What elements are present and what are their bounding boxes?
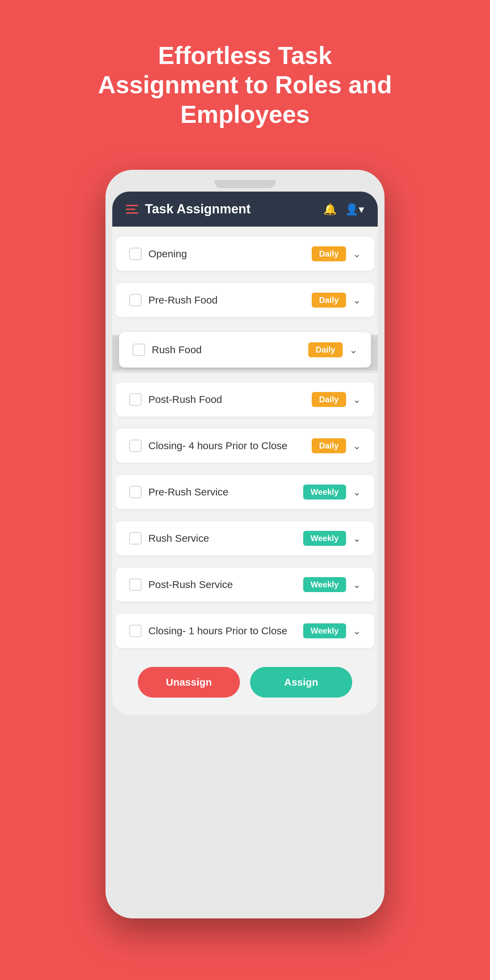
task-badge-opening: Daily	[312, 247, 346, 261]
task-badge-closing-1h: Weekly	[303, 624, 346, 638]
hamburger-menu-icon[interactable]	[126, 205, 138, 214]
task-chevron-post-rush-food[interactable]: ⌄	[353, 394, 361, 405]
task-chevron-post-rush-service[interactable]: ⌄	[353, 579, 361, 590]
task-checkbox-rush-food[interactable]	[133, 344, 145, 356]
task-name-rush-service: Rush Service	[148, 533, 296, 544]
assign-button[interactable]: Assign	[250, 667, 352, 698]
task-chevron-rush-service[interactable]: ⌄	[353, 533, 361, 544]
task-item-opening: Opening Daily ⌄	[116, 237, 374, 271]
unassign-button[interactable]: Unassign	[138, 667, 240, 698]
task-checkbox-closing-1h[interactable]	[129, 625, 142, 637]
task-checkbox-closing-4h[interactable]	[129, 440, 142, 452]
task-name-pre-rush-food: Pre-Rush Food	[148, 294, 305, 306]
task-item-closing-1h: Closing- 1 hours Prior to Close Weekly ⌄	[116, 614, 374, 648]
task-item-pre-rush-food: Pre-Rush Food Daily ⌄	[116, 283, 374, 317]
task-name-closing-1h: Closing- 1 hours Prior to Close	[148, 625, 296, 637]
task-badge-closing-4h: Daily	[312, 438, 346, 453]
task-badge-rush-service: Weekly	[303, 531, 346, 546]
hero-title: Effortless Task Assignment to Roles and …	[92, 41, 398, 129]
task-item-closing-4h: Closing- 4 hours Prior to Close Daily ⌄	[116, 429, 374, 463]
task-name-post-rush-service: Post-Rush Service	[148, 579, 296, 590]
phone-shell: Task Assignment 🔔 👤▾ Opening Daily ⌄	[105, 170, 385, 918]
task-checkbox-opening[interactable]	[129, 248, 142, 260]
task-chevron-pre-rush-service[interactable]: ⌄	[353, 487, 361, 498]
task-item-post-rush-food: Post-Rush Food Daily ⌄	[116, 382, 374, 417]
phone-mockup: Task Assignment 🔔 👤▾ Opening Daily ⌄	[105, 170, 385, 918]
user-icon[interactable]: 👤▾	[345, 203, 364, 216]
task-badge-pre-rush-service: Weekly	[303, 485, 346, 500]
task-badge-post-rush-service: Weekly	[303, 577, 346, 592]
task-checkbox-post-rush-service[interactable]	[129, 579, 142, 591]
bell-icon[interactable]: 🔔	[323, 203, 337, 216]
task-chevron-closing-1h[interactable]: ⌄	[353, 625, 361, 637]
task-name-rush-food: Rush Food	[152, 344, 301, 356]
task-checkbox-pre-rush-food[interactable]	[129, 294, 142, 306]
task-name-post-rush-food: Post-Rush Food	[148, 394, 305, 405]
app-header: Task Assignment 🔔 👤▾	[112, 192, 378, 227]
task-item-pre-rush-service: Pre-Rush Service Weekly ⌄	[116, 475, 374, 509]
task-item-rush-service: Rush Service Weekly ⌄	[116, 521, 374, 555]
task-checkbox-post-rush-food[interactable]	[129, 393, 142, 406]
task-checkbox-pre-rush-service[interactable]	[129, 486, 142, 498]
task-chevron-pre-rush-food[interactable]: ⌄	[353, 295, 361, 306]
header-left: Task Assignment	[126, 202, 250, 216]
task-name-opening: Opening	[148, 248, 305, 259]
phone-screen: Task Assignment 🔔 👤▾ Opening Daily ⌄	[112, 192, 378, 714]
task-badge-pre-rush-food: Daily	[312, 293, 346, 308]
task-chevron-rush-food[interactable]: ⌄	[350, 344, 357, 356]
task-badge-rush-food: Daily	[308, 342, 343, 357]
task-name-closing-4h: Closing- 4 hours Prior to Close	[148, 440, 305, 452]
task-list: Opening Daily ⌄ Pre-Rush Food Daily ⌄	[112, 227, 378, 657]
task-checkbox-rush-service[interactable]	[129, 532, 142, 544]
phone-notch	[215, 180, 275, 188]
app-title: Task Assignment	[145, 202, 250, 216]
task-item-post-rush-service: Post-Rush Service Weekly ⌄	[116, 568, 374, 601]
task-name-pre-rush-service: Pre-Rush Service	[148, 486, 296, 498]
task-item-rush-food: Rush Food Daily ⌄	[119, 332, 371, 368]
task-badge-post-rush-food: Daily	[312, 392, 346, 407]
bottom-buttons: Unassign Assign	[112, 657, 378, 714]
task-item-rush-food-wrapper: Rush Food Daily ⌄	[112, 332, 378, 368]
header-icons: 🔔 👤▾	[323, 203, 364, 216]
task-chevron-closing-4h[interactable]: ⌄	[353, 440, 361, 452]
task-chevron-opening[interactable]: ⌄	[353, 248, 361, 259]
